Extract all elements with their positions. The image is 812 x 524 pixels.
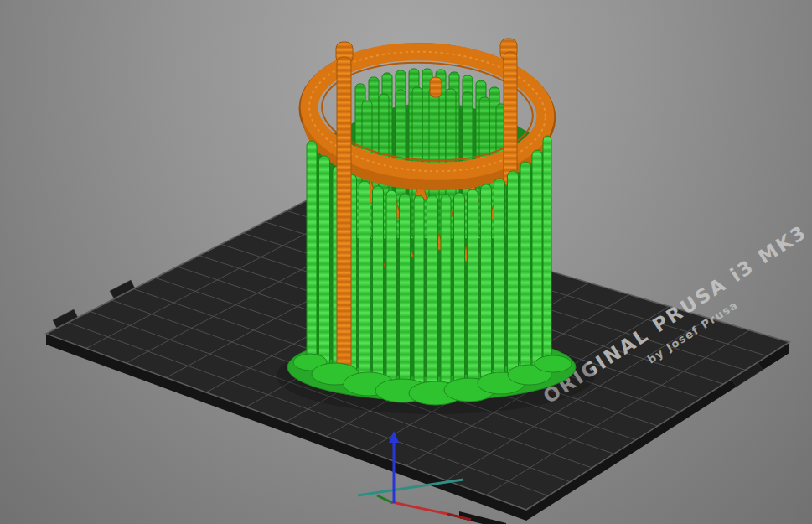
support-base-lump[interactable] [535, 355, 572, 372]
viewport-scene[interactable]: ORIGINAL PRUSA i3 MK3 by Josef Prusa [0, 0, 812, 524]
object-pillar-right[interactable] [504, 52, 517, 186]
slicer-3d-viewport[interactable]: ORIGINAL PRUSA i3 MK3 by Josef Prusa [0, 0, 812, 524]
axis-green-segment [377, 495, 393, 503]
object-pillar-left[interactable] [337, 57, 351, 377]
support-column[interactable] [427, 195, 438, 397]
support-column[interactable] [508, 171, 519, 382]
support-column[interactable] [494, 179, 505, 386]
support-column[interactable] [441, 195, 451, 396]
axis-x-red-line [392, 502, 447, 514]
support-column[interactable] [307, 141, 317, 369]
support-column[interactable] [468, 189, 478, 392]
support-column[interactable] [454, 193, 465, 394]
support-column[interactable] [543, 136, 551, 366]
support-column[interactable] [400, 194, 411, 394]
support-column[interactable] [520, 162, 530, 377]
support-column[interactable] [414, 195, 424, 396]
support-column[interactable] [481, 184, 492, 389]
support-column[interactable] [373, 186, 384, 391]
object-center-nub[interactable] [430, 77, 442, 97]
support-column[interactable] [532, 150, 542, 372]
model-3d[interactable] [277, 38, 595, 414]
support-column[interactable] [319, 156, 330, 376]
support-column[interactable] [359, 181, 370, 387]
support-column[interactable] [386, 190, 396, 392]
